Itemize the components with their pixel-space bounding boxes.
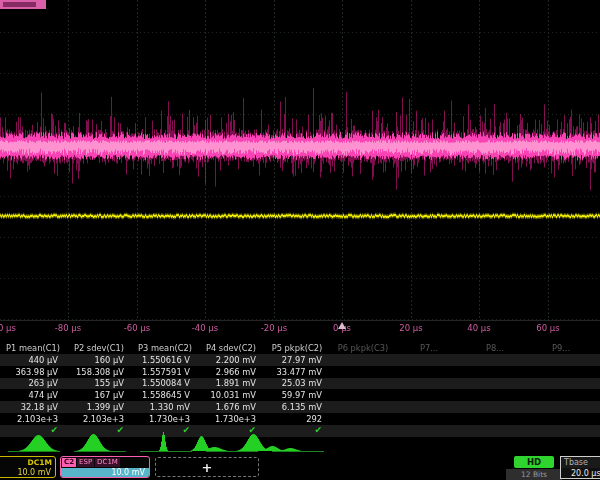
bottom-descriptor-bar: DC1M 10.0 mV C2 ESP DC1M 10.0 mV + HD 12… (0, 455, 600, 480)
measure-value: 292 (264, 414, 330, 424)
measure-value: 1.330 mV (132, 402, 198, 412)
hd-mode-badge[interactable]: HD (514, 456, 554, 468)
measure-stat-row: 32.18 µV1.399 µV1.330 mV1.676 mV6.135 mV (0, 401, 600, 413)
measure-stat-row: 474 µV167 µV1.558645 V10.031 mV59.97 mV (0, 389, 600, 401)
measure-value: 160 µV (66, 355, 132, 365)
measure-value: 474 µV (0, 390, 66, 400)
measure-param-header[interactable]: P8... (462, 343, 528, 353)
measure-value: 1.891 mV (198, 378, 264, 388)
measure-param-header[interactable]: P3 mean(C2) (132, 343, 198, 353)
bit-depth-label: 12 Bits (506, 469, 562, 480)
oscilloscope-screen: -100 µs-80 µs-60 µs-40 µs-20 µs0 µs20 µs… (0, 0, 600, 480)
measure-param-header[interactable]: P6 pkpk(C3) (330, 343, 396, 353)
measure-value: 2.200 mV (198, 355, 264, 365)
measure-stat-row: 263 µV155 µV1.550084 V1.891 mV25.03 mV (0, 378, 600, 390)
timebase-descriptor[interactable]: Tbase 20.0 µs (560, 456, 600, 479)
plus-icon: + (202, 460, 213, 475)
trigger-time-marker[interactable] (338, 322, 346, 329)
measure-value: 1.550616 V (132, 355, 198, 365)
measure-value: 1.730e+3 (132, 414, 198, 424)
measure-value: 1.557591 V (132, 367, 198, 377)
measure-value: 33.477 mV (264, 367, 330, 377)
measure-value: 2.103e+3 (66, 414, 132, 424)
measure-value: 440 µV (0, 355, 66, 365)
measure-value: 158.308 µV (66, 367, 132, 377)
channel-c2-descriptor[interactable]: C2 ESP DC1M 10.0 mV (60, 456, 150, 478)
c2-tags-row: C2 ESP DC1M (61, 457, 149, 468)
measure-value: 2.103e+3 (0, 414, 66, 424)
add-trace-button[interactable]: + (155, 457, 259, 477)
measure-value: 27.97 mV (264, 355, 330, 365)
c1-coupling-label: DC1M (0, 457, 55, 468)
time-axis-label: -100 µs (0, 323, 16, 333)
time-axis-label: -20 µs (261, 323, 287, 333)
measure-value: 32.18 µV (0, 402, 66, 412)
measure-value: 25.03 mV (264, 378, 330, 388)
measure-value: 1.676 mV (198, 402, 264, 412)
c1-scale-value: 10.0 mV (0, 468, 55, 477)
measure-param-header[interactable]: P2 sdev(C1) (66, 343, 132, 353)
badge-text-remnant (3, 2, 36, 7)
measure-value: 155 µV (66, 378, 132, 388)
measure-value: 1.558645 V (132, 390, 198, 400)
measure-table: P1 mean(C1)P2 sdev(C1)P3 mean(C2)P4 sdev… (0, 342, 600, 437)
measure-value: 59.97 mV (264, 390, 330, 400)
measure-value: 2.966 mV (198, 367, 264, 377)
cropped-top-left-badge[interactable] (0, 0, 46, 9)
measure-param-header[interactable]: P9... (528, 343, 594, 353)
c2-scale-value: 10.0 mV (61, 468, 149, 477)
measure-stat-row: 2.103e+32.103e+31.730e+31.730e+3292 (0, 413, 600, 425)
measure-param-header[interactable]: P5 pkpk(C2) (264, 343, 330, 353)
time-axis: -100 µs-80 µs-60 µs-40 µs-20 µs0 µs20 µs… (0, 321, 600, 335)
measure-param-header[interactable]: P4 sdev(C2) (198, 343, 264, 353)
c2-id-badge: C2 (62, 458, 76, 467)
time-axis-label: -80 µs (55, 323, 81, 333)
time-axis-label: 60 µs (536, 323, 559, 333)
timebase-value: 20.0 µs (561, 468, 600, 479)
measure-value: 263 µV (0, 378, 66, 388)
measure-param-header[interactable]: P1 mean(C1) (0, 343, 66, 353)
measure-value: 1.550084 V (132, 378, 198, 388)
time-axis-label: 40 µs (467, 323, 490, 333)
waveform-graticule[interactable] (0, 0, 600, 332)
c2-esp-tag: ESP (77, 458, 94, 467)
measure-value: 1.399 µV (66, 402, 132, 412)
measure-stat-row: 440 µV160 µV1.550616 V2.200 mV27.97 mV (0, 354, 600, 366)
measure-stat-row: 363.98 µV158.308 µV1.557591 V2.966 mV33.… (0, 366, 600, 378)
measure-value: 1.730e+3 (198, 414, 264, 424)
measure-value: 167 µV (66, 390, 132, 400)
measure-value: 6.135 mV (264, 402, 330, 412)
timebase-title: Tbase (561, 457, 600, 468)
measure-value: 10.031 mV (198, 390, 264, 400)
time-axis-label: 20 µs (399, 323, 422, 333)
measurement-histicons (0, 430, 600, 454)
time-axis-label: -60 µs (124, 323, 150, 333)
measure-header-row: P1 mean(C1)P2 sdev(C1)P3 mean(C2)P4 sdev… (0, 342, 600, 354)
measure-value: 363.98 µV (0, 367, 66, 377)
time-axis-label: -40 µs (192, 323, 218, 333)
channel-c1-descriptor[interactable]: DC1M 10.0 mV (0, 456, 56, 478)
c2-coupling-label: DC1M (95, 458, 120, 467)
measure-param-header[interactable]: P7... (396, 343, 462, 353)
measure-param-header[interactable]: P10... (594, 343, 600, 353)
